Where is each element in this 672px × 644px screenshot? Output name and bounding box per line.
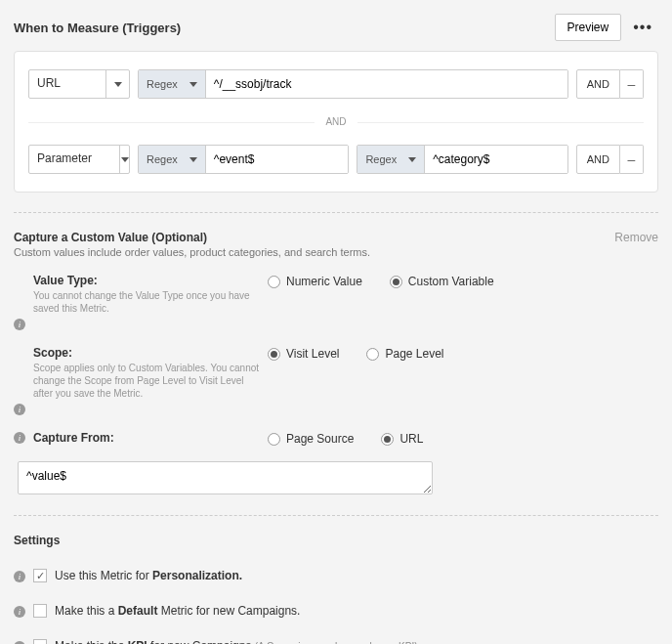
match-type-select[interactable]: Regex <box>139 70 206 98</box>
chevron-down-icon <box>105 70 129 98</box>
trigger-row: Parameter Regex Regex AND – <box>28 145 644 174</box>
info-icon[interactable]: i <box>14 432 25 444</box>
capture-subtitle: Custom values include order values, prod… <box>14 246 658 258</box>
field-select-value: Parameter <box>29 146 119 173</box>
checkbox-personalization[interactable] <box>33 569 47 582</box>
match-type-label: Regex <box>365 153 397 165</box>
radio-icon <box>268 276 280 288</box>
radio-label: Visit Level <box>286 347 339 361</box>
chevron-down-icon <box>189 157 197 162</box>
divider <box>14 515 658 516</box>
and-button[interactable]: AND <box>576 69 620 99</box>
info-icon[interactable]: i <box>14 404 25 415</box>
scope-label: Scope: <box>33 346 72 360</box>
chevron-down-icon <box>119 146 129 173</box>
match-type-label: Regex <box>147 78 178 90</box>
radio-label: Numeric Value <box>286 275 362 288</box>
remove-condition-button[interactable]: – <box>620 145 644 174</box>
field-select-value: URL <box>29 70 105 98</box>
match-type-label: Regex <box>147 153 178 165</box>
and-divider: AND <box>28 116 644 127</box>
setting-personalization-label: Use this Metric for Personalization. <box>55 569 242 582</box>
field-select-url[interactable]: URL <box>28 69 130 99</box>
divider <box>14 212 658 213</box>
radio-url[interactable]: URL <box>381 432 423 446</box>
radio-numeric-value[interactable]: Numeric Value <box>268 275 362 288</box>
pattern-input[interactable]: Regex <box>138 145 349 174</box>
chevron-down-icon <box>408 157 416 162</box>
triggers-panel: URL Regex AND – AND Parameter Regex <box>14 51 658 193</box>
radio-label: Page Source <box>286 432 354 446</box>
radio-page-level[interactable]: Page Level <box>366 347 443 361</box>
pattern-field[interactable] <box>206 146 350 173</box>
chevron-down-icon <box>189 82 197 87</box>
radio-label: Custom Variable <box>408 275 494 288</box>
pattern-input[interactable]: Regex <box>357 145 567 174</box>
and-button[interactable]: AND <box>576 145 620 174</box>
setting-kpi-label: Make this the KPI for new Campaigns (A C… <box>55 639 420 644</box>
radio-visit-level[interactable]: Visit Level <box>268 347 339 361</box>
remove-link[interactable]: Remove <box>614 231 658 244</box>
value-type-hint: You cannot change the Value Type once yo… <box>33 289 260 315</box>
radio-page-source[interactable]: Page Source <box>268 432 354 446</box>
preview-button[interactable]: Preview <box>555 14 622 41</box>
scope-hint: Scope applies only to Custom Variables. … <box>33 362 260 400</box>
radio-icon <box>268 348 280 361</box>
checkbox-default-metric[interactable] <box>33 604 47 618</box>
and-remove-group: AND – <box>576 69 644 99</box>
pattern-field[interactable] <box>425 146 568 173</box>
radio-icon <box>268 433 280 446</box>
radio-icon <box>381 433 394 446</box>
setting-default-label: Make this a Default Metric for new Campa… <box>55 604 300 618</box>
radio-label: Page Level <box>385 347 443 361</box>
capture-title: Capture a Custom Value (Optional) <box>14 231 207 244</box>
info-icon[interactable]: i <box>14 319 25 330</box>
radio-icon <box>366 348 379 361</box>
match-type-select[interactable]: Regex <box>139 146 206 173</box>
and-remove-group: AND – <box>576 145 644 174</box>
radio-icon <box>390 276 402 288</box>
pattern-field[interactable] <box>206 70 567 98</box>
field-select-parameter[interactable]: Parameter <box>28 145 130 174</box>
capture-from-label: Capture From: <box>33 431 114 445</box>
match-type-select[interactable]: Regex <box>357 146 425 173</box>
remove-condition-button[interactable]: – <box>620 69 644 99</box>
pattern-input[interactable]: Regex <box>138 69 568 99</box>
trigger-row: URL Regex AND – <box>28 69 644 99</box>
info-icon[interactable]: i <box>14 641 25 645</box>
checkbox-kpi[interactable] <box>33 639 47 644</box>
more-icon[interactable]: ••• <box>627 19 658 36</box>
info-icon[interactable]: i <box>14 571 25 582</box>
section-title: When to Measure (Triggers) <box>14 21 181 35</box>
header-actions: Preview ••• <box>555 14 659 41</box>
value-type-label: Value Type: <box>33 274 98 287</box>
settings-title: Settings <box>14 534 658 547</box>
radio-custom-variable[interactable]: Custom Variable <box>390 275 494 288</box>
info-icon[interactable]: i <box>14 606 25 618</box>
radio-label: URL <box>399 432 423 446</box>
capture-expression-input[interactable] <box>18 461 433 494</box>
